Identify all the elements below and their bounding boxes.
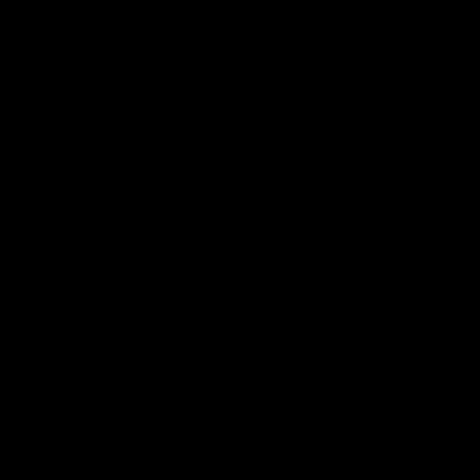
bottleneck-chart bbox=[0, 0, 476, 476]
chart-svg bbox=[0, 0, 476, 476]
